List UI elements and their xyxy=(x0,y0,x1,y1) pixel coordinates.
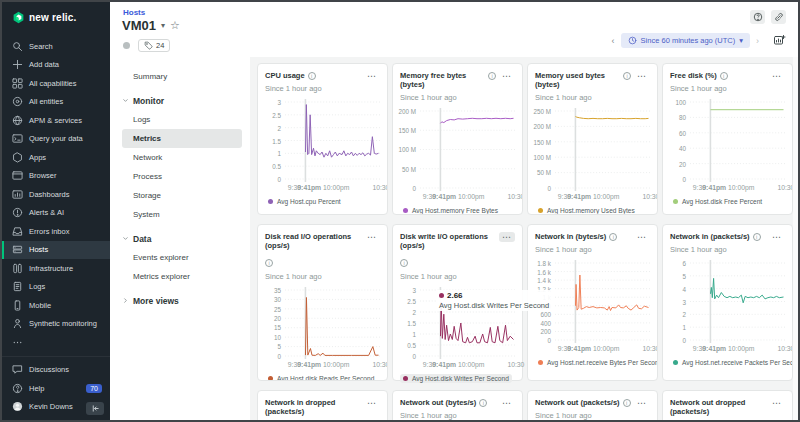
sidebar-item-all-capabilities[interactable]: All capabilities xyxy=(2,74,110,93)
chart-svg xyxy=(555,260,650,343)
y-axis: 32.521.510.50 xyxy=(265,99,285,182)
subnav-item-network[interactable]: Network xyxy=(122,148,242,167)
help-button[interactable] xyxy=(750,10,765,24)
y-tick-label: 200 M xyxy=(533,123,551,130)
chart-menu-button[interactable]: ⋯ xyxy=(634,71,650,81)
chart-legend[interactable]: Avg Host.disk Reads Per Second xyxy=(265,374,377,381)
sidebar-item-label: Errors inbox xyxy=(29,227,69,236)
plot[interactable] xyxy=(555,260,650,343)
sidebar-item-logs[interactable]: Logs xyxy=(2,278,110,297)
info-icon[interactable]: i xyxy=(623,72,631,80)
tags-badge[interactable]: 24 xyxy=(138,39,170,52)
favorite-star-icon[interactable]: ☆ xyxy=(170,20,180,31)
sidebar-item-add-data[interactable]: Add data xyxy=(2,56,110,75)
x-tick-label: 10:00pm xyxy=(323,184,349,191)
scrollbar[interactable] xyxy=(793,57,798,420)
chart-header: Network in (bytes/s)i⋯ xyxy=(535,232,650,242)
sidebar-item-query-your-data[interactable]: Query your data xyxy=(2,130,110,149)
sidebar-footer-label: Discussions xyxy=(29,365,69,374)
sidebar-item-browser[interactable]: Browser xyxy=(2,167,110,186)
chart-menu-button[interactable]: ⋯ xyxy=(364,232,380,242)
logs-icon xyxy=(12,281,23,292)
chart-legend[interactable]: Avg Host.cpu Percent xyxy=(265,197,344,206)
plot[interactable] xyxy=(690,99,785,182)
time-picker[interactable]: Since 60 minutes ago (UTC) ▾ xyxy=(621,33,750,48)
add-to-dashboard-icon xyxy=(773,34,786,47)
info-icon[interactable]: i xyxy=(265,259,273,267)
time-back-button[interactable]: ‹ xyxy=(610,36,617,46)
subnav-group-monitor[interactable]: Monitor xyxy=(122,91,242,110)
info-icon[interactable]: i xyxy=(308,72,316,80)
chart-menu-button[interactable]: ⋯ xyxy=(634,398,650,408)
add-to-dashboard-button[interactable] xyxy=(773,34,786,47)
info-icon[interactable]: i xyxy=(400,259,408,267)
sidebar-item-alerts-ai[interactable]: Alerts & AI xyxy=(2,204,110,223)
subnav-item-metrics[interactable]: Metrics xyxy=(122,129,242,148)
sidebar-item-search[interactable]: Search xyxy=(2,37,110,56)
chart-menu-button[interactable]: ⋯ xyxy=(769,232,785,242)
chart-menu-button[interactable]: ⋯ xyxy=(499,71,515,81)
chart-svg xyxy=(285,287,380,359)
subnav-item-storage[interactable]: Storage xyxy=(122,186,242,205)
plot[interactable] xyxy=(555,108,650,191)
chart-legend[interactable]: Avg Host.memory Used Bytes xyxy=(535,206,638,215)
y-tick-label: 1.4 k xyxy=(537,277,551,284)
subnav-item-process[interactable]: Process xyxy=(122,167,242,186)
plot[interactable] xyxy=(420,108,515,191)
info-icon[interactable]: i xyxy=(609,233,617,241)
subnav-item-events-explorer[interactable]: Events explorer xyxy=(122,248,242,267)
chart-menu-button[interactable]: ⋯ xyxy=(364,398,380,408)
chart-legend[interactable]: Avg Host.memory Free Bytes xyxy=(400,206,501,215)
plot[interactable] xyxy=(690,260,785,343)
chart-legend[interactable]: Avg Host.disk Free Percent xyxy=(670,197,765,206)
help-icon xyxy=(12,383,23,394)
info-icon[interactable]: i xyxy=(753,233,761,241)
subnav-item-metrics-explorer[interactable]: Metrics explorer xyxy=(122,267,242,286)
subnav-group-more-views[interactable]: More views xyxy=(122,291,242,310)
secondary-nav: SummaryMonitorLogsMetricsNetworkProcessS… xyxy=(110,57,250,420)
chart-menu-button[interactable]: ⋯ xyxy=(769,398,785,408)
subnav-group-data[interactable]: Data xyxy=(122,229,242,248)
sidebar-item-infrastructure[interactable]: Infrastructure xyxy=(2,259,110,278)
subnav-item-system[interactable]: System xyxy=(122,205,242,224)
chart-legend[interactable]: Avg Host.disk Writes Per Second xyxy=(400,374,512,383)
y-tick-label: 3 xyxy=(412,286,416,293)
sidebar-item-apps[interactable]: Apps xyxy=(2,148,110,167)
title-dropdown-caret-icon[interactable]: ▾ xyxy=(161,21,165,30)
share-link-button[interactable] xyxy=(771,10,786,24)
time-forward-button[interactable]: › xyxy=(754,36,761,46)
chart-menu-button[interactable]: ⋯ xyxy=(364,71,380,81)
sidebar-item-label: Logs xyxy=(29,282,45,291)
sidebar-item-hosts[interactable]: Hosts xyxy=(2,241,110,260)
plot[interactable]: 2.66Avg Host.disk Writes Per Second xyxy=(420,287,515,359)
sidebar-item-errors-inbox[interactable]: Errors inbox xyxy=(2,222,110,241)
entities-icon xyxy=(12,96,23,107)
info-icon[interactable]: i xyxy=(720,72,728,80)
chart-legend[interactable]: Avg Host.net.receive Packets Per Second xyxy=(670,358,793,367)
y-tick-label: 6 xyxy=(682,260,686,267)
chart-menu-button[interactable]: ⋯ xyxy=(634,232,650,242)
sidebar-footer-discussions[interactable]: Discussions xyxy=(2,361,110,380)
chart-menu-button[interactable]: ⋯ xyxy=(499,232,515,242)
collapse-icon xyxy=(91,404,100,413)
info-icon[interactable]: i xyxy=(623,399,631,407)
sidebar-collapse-button[interactable] xyxy=(86,402,104,415)
sidebar-item-apm-services[interactable]: APM & services xyxy=(2,111,110,130)
chart-menu-button[interactable]: ⋯ xyxy=(769,71,785,81)
new-relic-logo[interactable]: new relic. xyxy=(2,2,110,30)
plot[interactable] xyxy=(285,99,380,182)
sidebar-footer-help[interactable]: Help70 xyxy=(2,379,110,398)
subnav-item-summary[interactable]: Summary xyxy=(122,67,242,86)
sidebar-item-synthetic-monitoring[interactable]: Synthetic monitoring xyxy=(2,315,110,334)
subnav-item-logs[interactable]: Logs xyxy=(122,110,242,129)
info-icon[interactable]: i xyxy=(479,399,487,407)
plot[interactable] xyxy=(285,287,380,359)
chart-legend[interactable]: Avg Host.net.receive Bytes Per Second xyxy=(535,358,658,367)
sidebar-item-more[interactable] xyxy=(2,333,110,352)
sidebar-item-all-entities[interactable]: All entities xyxy=(2,93,110,112)
info-icon[interactable]: i xyxy=(488,72,496,80)
sidebar-item-dashboards[interactable]: Dashboards xyxy=(2,185,110,204)
sidebar-item-mobile[interactable]: Mobile xyxy=(2,296,110,315)
chart-menu-button[interactable]: ⋯ xyxy=(499,398,515,408)
breadcrumb[interactable]: Hosts xyxy=(123,8,145,17)
